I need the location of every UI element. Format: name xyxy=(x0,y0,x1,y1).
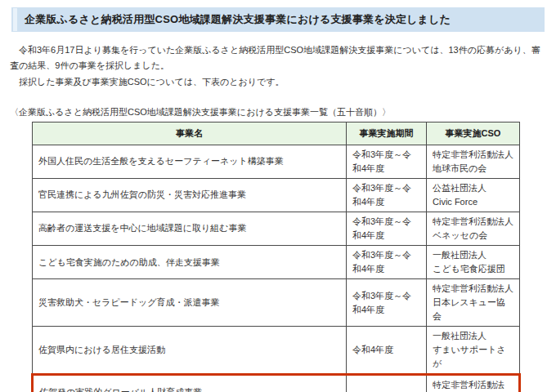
period-cell: 令和4年度 xyxy=(347,327,427,375)
table-row: 外国人住民の生活全般を支えるセーフティーネット構築事業 令和3年度～令和4年度 … xyxy=(33,145,520,178)
cso-cell: 公益社団法人Civic Force xyxy=(427,178,520,212)
table-row: 高齢者の運送支援を中心に地域課題に取り組む事業 令和3年度～令和4年度 特定非営… xyxy=(33,212,520,245)
table-caption: 〈企業版ふるさと納税活用型CSO地域課題解決支援事業における支援事業一覧（五十音… xyxy=(10,106,546,118)
project-name-cell: 高齢者の運送支援を中心に地域課題に取り組む事業 xyxy=(33,212,347,245)
period-cell: 令和3年度～令和4年度 xyxy=(347,246,427,279)
intro-text: 令和3年6月17日より募集を行っていた企業版ふるさと納税活用型CSO地域課題解決… xyxy=(10,42,546,90)
table-row: 災害救助犬・セラピードッグ育成・派遣事業 令和3年度～令和4年度 特定非営利活動… xyxy=(33,279,520,327)
project-name-cell: 災害救助犬・セラピードッグ育成・派遣事業 xyxy=(33,279,347,327)
table-row-highlighted: 佐賀発の実践的グローバル人財育成事業～SDGs（持続可能な開発）を推進し、佐賀と… xyxy=(33,375,520,392)
project-name-cell: 官民連携による九州佐賀の防災・災害対応推進事業 xyxy=(33,178,347,212)
cso-cell: 特定非営利活動法人テラ・ルネッサンス xyxy=(427,375,520,392)
cso-cell: 特定非営利活動法人日本レスキュー協会 xyxy=(427,279,520,327)
project-name-cell: 外国人住民の生活全般を支えるセーフティーネット構築事業 xyxy=(33,145,347,178)
project-name-cell: こども宅食実施のための助成、伴走支援事業 xyxy=(33,246,347,279)
intro-paragraph-1: 令和3年6月17日より募集を行っていた企業版ふるさと納税活用型CSO地域課題解決… xyxy=(10,42,546,74)
page-title: 企業版ふるさと納税活用型CSO地域課題解決支援事業における支援事業を決定しました xyxy=(17,12,451,27)
period-cell: 令和3年度～令和4年度 xyxy=(347,145,427,178)
table-header-row: 事業名 事業実施期間 事業実施CSO xyxy=(33,122,520,145)
cso-cell: 特定非営利活動法人ベネッセの会 xyxy=(427,212,520,245)
page: 企業版ふるさと納税活用型CSO地域課題解決支援事業における支援事業を決定しました… xyxy=(0,0,556,392)
cso-cell: 特定非営利活動法人地球市民の会 xyxy=(427,145,520,178)
table-row: 佐賀県内における居住支援活動 令和4年度 一般社団法人すまいサポートさが xyxy=(33,327,520,375)
column-header-period: 事業実施期間 xyxy=(347,122,427,145)
period-cell: 令和3年度～令和4年度 xyxy=(347,375,427,392)
period-cell: 令和3年度～令和4年度 xyxy=(347,212,427,245)
cso-cell: 一般社団法人こども宅食応援団 xyxy=(427,246,520,279)
intro-paragraph-2: 採択した事業及び事業実施CSOについては、下表のとおりです。 xyxy=(10,74,546,90)
column-header-project-name: 事業名 xyxy=(33,122,347,145)
project-name-cell: 佐賀発の実践的グローバル人財育成事業～SDGs（持続可能な開発）を推進し、佐賀と… xyxy=(33,375,347,392)
period-cell: 令和3年度～令和4年度 xyxy=(347,178,427,212)
table-body: 外国人住民の生活全般を支えるセーフティーネット構築事業 令和3年度～令和4年度 … xyxy=(33,145,520,392)
project-name-cell: 佐賀県内における居住支援活動 xyxy=(33,327,347,375)
column-header-cso: 事業実施CSO xyxy=(427,122,520,145)
page-title-banner: 企業版ふるさと納税活用型CSO地域課題解決支援事業における支援事業を決定しました xyxy=(11,7,545,32)
period-cell: 令和3年度～令和4年度 xyxy=(347,279,427,327)
table-row: 官民連携による九州佐賀の防災・災害対応推進事業 令和3年度～令和4年度 公益社団… xyxy=(33,178,520,212)
cso-cell: 一般社団法人すまいサポートさが xyxy=(427,327,520,375)
table-row: こども宅食実施のための助成、伴走支援事業 令和3年度～令和4年度 一般社団法人こ… xyxy=(33,246,520,279)
projects-table: 事業名 事業実施期間 事業実施CSO 外国人住民の生活全般を支えるセーフティーネ… xyxy=(31,122,521,392)
